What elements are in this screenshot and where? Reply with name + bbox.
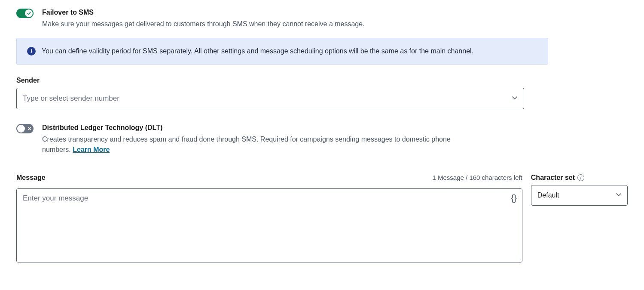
message-counter: 1 Message / 160 characters left xyxy=(433,174,522,181)
sender-label: Sender xyxy=(16,77,628,84)
dlt-description: Creates transparency and reduces spam an… xyxy=(42,134,472,155)
info-banner-text: You can define validity period for SMS s… xyxy=(42,47,473,55)
charset-value: Default xyxy=(537,191,559,199)
check-icon xyxy=(27,9,31,17)
sender-field: Sender xyxy=(16,77,628,109)
message-column: Message 1 Message / 160 characters left … xyxy=(16,174,522,262)
failover-description: Make sure your messages get delivered to… xyxy=(42,19,365,29)
sender-combobox[interactable] xyxy=(16,88,524,109)
dlt-learn-more-link[interactable]: Learn More xyxy=(73,146,110,153)
charset-label: Character set xyxy=(531,174,575,182)
sender-input[interactable] xyxy=(16,88,524,109)
message-textarea-wrap: {} xyxy=(16,188,522,262)
info-icon: i xyxy=(27,47,36,56)
x-icon: ✕ xyxy=(27,126,31,131)
message-textarea[interactable] xyxy=(17,189,522,262)
dlt-toggle[interactable]: ✕ xyxy=(16,124,34,133)
charset-select[interactable]: Default xyxy=(531,185,628,206)
dlt-title: Distributed Ledger Technology (DLT) xyxy=(42,124,472,132)
chevron-down-icon xyxy=(615,191,622,200)
dlt-section: ✕ Distributed Ledger Technology (DLT) Cr… xyxy=(16,124,628,155)
failover-toggle[interactable] xyxy=(16,9,34,18)
failover-section: Failover to SMS Make sure your messages … xyxy=(16,9,628,29)
failover-title: Failover to SMS xyxy=(42,9,365,16)
charset-column: Character set i Default xyxy=(531,174,628,206)
info-outline-icon[interactable]: i xyxy=(577,174,584,181)
message-label: Message xyxy=(16,174,46,182)
info-banner: i You can define validity period for SMS… xyxy=(16,38,548,65)
message-row: Message 1 Message / 160 characters left … xyxy=(16,174,628,262)
insert-placeholder-button[interactable]: {} xyxy=(511,193,516,203)
